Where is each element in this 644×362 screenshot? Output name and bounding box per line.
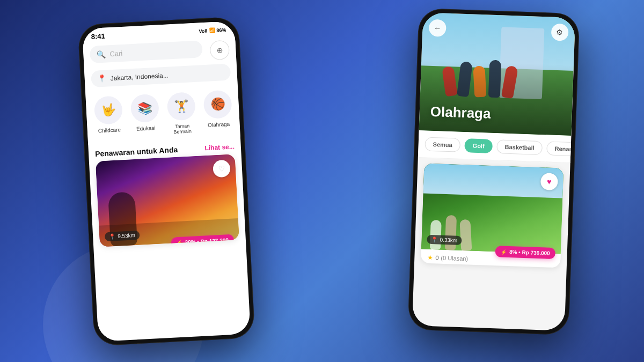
pin-icon-right: 📍 bbox=[431, 237, 437, 242]
location-target-btn[interactable]: ⊕ bbox=[209, 40, 230, 61]
childcare-emoji: 🤟 bbox=[101, 103, 116, 117]
category-olahraga[interactable]: 🏀 Olahraga bbox=[201, 90, 235, 133]
distance-badge-right: 📍 0.33km bbox=[427, 235, 462, 245]
category-childcare[interactable]: 🤟 Childcare bbox=[92, 95, 126, 139]
search-section: 🔍 Cari ⊕ 📍 Jakarta, Indonesia... bbox=[83, 35, 237, 92]
location-text: Jakarta, Indonesia... bbox=[110, 69, 224, 82]
section-title: Penawaran untuk Anda bbox=[95, 145, 178, 158]
status-icons-left: Voll 📶 86% bbox=[199, 27, 226, 34]
promo-badge-right: ⚡ 8% • Rp 736.000 bbox=[495, 246, 555, 259]
search-bar[interactable]: 🔍 Cari bbox=[90, 40, 203, 63]
wifi-icon: 📶 bbox=[209, 27, 215, 33]
search-placeholder: Cari bbox=[109, 45, 196, 57]
hero-section: ← ⚙ Olahraga bbox=[419, 12, 576, 136]
time-left: 8:41 bbox=[91, 32, 105, 41]
tab-renang[interactable]: Renang bbox=[546, 141, 575, 156]
edukasi-icon-circle: 📚 bbox=[130, 94, 159, 123]
promo-icon-right: ⚡ bbox=[501, 249, 507, 255]
distance-text-right: 0.33km bbox=[440, 237, 457, 243]
pin-icon-left: 📍 bbox=[109, 233, 116, 240]
section-link[interactable]: Lihat se... bbox=[204, 143, 235, 152]
phone-left: 8:41 Voll 📶 86% 🔍 Cari ⊕ bbox=[78, 17, 255, 346]
location-pin-icon: 📍 bbox=[97, 75, 106, 83]
tab-golf[interactable]: Golf bbox=[464, 138, 493, 153]
phone-right: ← ⚙ Olahraga Semua Golf Basketball Renan… bbox=[408, 8, 580, 335]
distance-badge-left: 📍 9.53km bbox=[105, 231, 140, 241]
promo-text-left: 20% • Rp 127.200 bbox=[185, 237, 229, 245]
childcare-label: Childcare bbox=[98, 127, 121, 134]
search-location-bar[interactable]: 📍 Jakarta, Indonesia... bbox=[91, 63, 231, 87]
category-taman[interactable]: 🏋 Taman Bermain bbox=[165, 92, 198, 135]
rating-text: 0 bbox=[435, 254, 439, 261]
distance-text-left: 9.53km bbox=[118, 232, 135, 239]
phones-container: 8:41 Voll 📶 86% 🔍 Cari ⊕ bbox=[0, 0, 644, 362]
back-icon: ← bbox=[434, 24, 442, 32]
search-icon: 🔍 bbox=[96, 50, 106, 59]
edukasi-emoji: 📚 bbox=[137, 101, 152, 115]
activity-card-left[interactable]: ♡ 📍 9.53km ⚡ 20% • Rp 127.200 bbox=[96, 154, 239, 247]
edukasi-label: Edukasi bbox=[136, 125, 156, 132]
olahraga-label: Olahraga bbox=[208, 121, 230, 128]
filter-tabs: Semua Golf Basketball Renang bbox=[418, 130, 572, 163]
olahraga-emoji: 🏀 bbox=[210, 97, 225, 112]
battery-icon: 86% bbox=[216, 27, 226, 33]
promo-text-right: 8% • Rp 736.000 bbox=[509, 249, 550, 256]
categories-row: 🤟 Childcare 📚 Edukasi 🏋 Taman Bermain bbox=[85, 84, 240, 145]
filter-icon: ⚙ bbox=[556, 28, 564, 36]
card-image-right: ♥ 📍 0.33km ⚡ 8% • Rp 736.000 bbox=[421, 163, 564, 254]
card-image-left: ♡ 📍 9.53km ⚡ 20% • Rp 127.200 bbox=[96, 154, 239, 247]
childcare-icon-circle: 🤟 bbox=[94, 95, 123, 125]
hero-title: Olahraga bbox=[430, 104, 491, 122]
tab-basketball[interactable]: Basketball bbox=[496, 139, 543, 155]
promo-icon-left: ⚡ bbox=[177, 240, 183, 246]
taman-label: Taman Bermain bbox=[166, 123, 198, 135]
tab-semua[interactable]: Semua bbox=[425, 137, 460, 152]
taman-emoji: 🏋 bbox=[174, 99, 189, 114]
category-edukasi[interactable]: 📚 Edukasi bbox=[129, 93, 162, 137]
activity-card-right[interactable]: ♥ 📍 0.33km ⚡ 8% • Rp 736.000 ★ 0 (0 Ulas… bbox=[421, 163, 564, 268]
olahraga-icon-circle: 🏀 bbox=[203, 90, 232, 119]
signal-icon: Voll bbox=[199, 28, 207, 34]
phone-left-screen: 8:41 Voll 📶 86% 🔍 Cari ⊕ bbox=[82, 21, 251, 342]
star-icon: ★ bbox=[427, 254, 433, 261]
phone-right-screen: ← ⚙ Olahraga Semua Golf Basketball Renan… bbox=[412, 12, 575, 331]
taman-icon-circle: 🏋 bbox=[166, 92, 196, 121]
reviews-text: (0 Ulasan) bbox=[441, 255, 468, 262]
